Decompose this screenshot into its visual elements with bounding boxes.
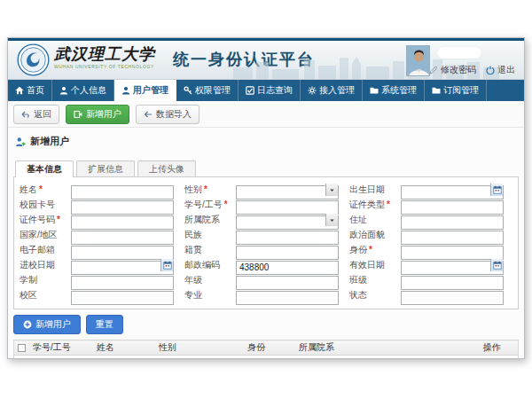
tab-upload-avatar[interactable]: 上传头像 bbox=[137, 160, 196, 177]
nav-item-permission-management[interactable]: 权限管理 bbox=[176, 80, 239, 101]
column-header-0: 学号/工号 bbox=[29, 340, 93, 356]
home-icon bbox=[15, 86, 24, 95]
field-label-political-status: 政治面貌 bbox=[344, 228, 395, 242]
university-name-cn: 武汉理工大学 bbox=[54, 45, 155, 63]
university-name-en: WUHAN UNIVERSITY OF TECHNOLOGY bbox=[54, 64, 155, 69]
nav-item-label: 权限管理 bbox=[195, 84, 231, 97]
main-content: 返回 新增用户 数据导入 bbox=[8, 101, 524, 359]
add-user-toolbar-label: 新增用户 bbox=[86, 108, 121, 121]
field-label-country-region: 国家/地区 bbox=[20, 228, 66, 242]
required-asterisk: * bbox=[39, 184, 43, 194]
field-label-grade: 年级 bbox=[179, 273, 231, 287]
add-user-toolbar-button[interactable]: 新增用户 bbox=[66, 105, 129, 124]
reset-button[interactable]: 重置 bbox=[86, 315, 123, 334]
nav-item-home[interactable]: 首页 bbox=[8, 80, 52, 101]
required-asterisk: * bbox=[369, 245, 372, 254]
required-asterisk: * bbox=[224, 200, 228, 209]
column-header-1: 姓名 bbox=[93, 340, 155, 356]
dropdown-arrow-icon[interactable] bbox=[325, 214, 338, 226]
back-button[interactable]: 返回 bbox=[13, 105, 59, 124]
field-grade bbox=[236, 273, 339, 287]
nav-item-system-management[interactable]: 系统管理 bbox=[363, 80, 425, 101]
university-branding: 武汉理工大学 WUHAN UNIVERSITY OF TECHNOLOGY bbox=[54, 45, 155, 69]
gear-icon bbox=[308, 86, 317, 95]
campus-input[interactable] bbox=[71, 291, 174, 305]
field-political-status bbox=[401, 228, 504, 242]
field-student-staff-no bbox=[236, 198, 339, 212]
reset-label: 重置 bbox=[96, 318, 113, 331]
nav-item-profile[interactable]: 个人信息 bbox=[52, 80, 114, 101]
field-label-enrollment-date: 进校日期 bbox=[20, 258, 66, 272]
field-label-email: 电子邮箱 bbox=[20, 243, 66, 257]
field-label-status: 状态 bbox=[344, 288, 395, 302]
field-status bbox=[401, 288, 504, 302]
nav-item-label: 个人信息 bbox=[71, 84, 106, 97]
log-icon bbox=[246, 86, 254, 95]
field-label-postal-code: 邮政编码 bbox=[179, 258, 231, 272]
tab-basic-info[interactable]: 基本信息 bbox=[15, 160, 74, 177]
folder-icon bbox=[432, 86, 441, 95]
user-result-table: 学号/工号姓名性别身份所属院系操作 bbox=[13, 340, 519, 359]
university-logo bbox=[17, 43, 50, 76]
field-label-birth-date: 出生日期 bbox=[344, 183, 395, 197]
nav-item-label: 接入管理 bbox=[319, 84, 355, 97]
data-import-button[interactable]: 数据导入 bbox=[136, 105, 200, 124]
dropdown-arrow-icon[interactable] bbox=[325, 184, 338, 196]
field-label-major: 专业 bbox=[179, 288, 231, 302]
field-birth-date bbox=[401, 183, 504, 197]
empty-cell bbox=[480, 356, 519, 360]
field-label-schooling-length: 学制 bbox=[20, 273, 66, 287]
table-empty-row bbox=[14, 356, 519, 360]
user-avatar[interactable] bbox=[406, 45, 430, 76]
field-label-valid-date: 有效日期 bbox=[344, 258, 395, 272]
field-label-campus: 校区 bbox=[20, 288, 66, 302]
required-asterisk: * bbox=[204, 184, 207, 194]
user-icon bbox=[59, 86, 68, 95]
form-tabs: 基本信息扩展信息上传头像 bbox=[15, 160, 519, 176]
field-gender bbox=[236, 183, 339, 197]
nav-item-subscription-management[interactable]: 订阅管理 bbox=[425, 80, 487, 101]
field-valid-date bbox=[401, 258, 504, 272]
main-nav: 首页个人信息用户管理权限管理日志查询接入管理系统管理订阅管理 bbox=[8, 80, 524, 101]
field-label-campus-card-no: 校园卡号 bbox=[20, 198, 66, 212]
field-label-class: 班级 bbox=[344, 273, 395, 287]
field-ethnicity bbox=[236, 228, 339, 242]
back-label: 返回 bbox=[34, 108, 51, 121]
tab-extended-info[interactable]: 扩展信息 bbox=[76, 160, 135, 177]
status-input[interactable] bbox=[401, 291, 504, 305]
nav-item-label: 首页 bbox=[27, 84, 44, 97]
logout-link[interactable]: 退出 bbox=[486, 64, 515, 76]
submit-add-user-button[interactable]: 新增用户 bbox=[13, 315, 81, 334]
nav-item-access-management[interactable]: 接入管理 bbox=[301, 80, 363, 101]
nav-item-user-management[interactable]: 用户管理 bbox=[114, 80, 176, 101]
select-all-checkbox[interactable] bbox=[18, 344, 26, 352]
calendar-icon[interactable] bbox=[160, 259, 173, 271]
field-label-id-type: 证件类型* bbox=[344, 198, 395, 212]
app-window: 武汉理工大学 WUHAN UNIVERSITY OF TECHNOLOGY 统一… bbox=[7, 37, 525, 359]
field-postal-code bbox=[236, 258, 339, 272]
back-arrow-icon bbox=[21, 110, 30, 119]
submit-label: 新增用户 bbox=[35, 318, 71, 331]
user-add-icon bbox=[15, 137, 26, 147]
field-enrollment-date bbox=[71, 258, 174, 272]
calendar-icon[interactable] bbox=[490, 259, 503, 271]
pencil-icon bbox=[429, 66, 438, 74]
toolbar: 返回 新增用户 数据导入 bbox=[8, 101, 524, 128]
form-actions: 新增用户 重置 bbox=[8, 309, 524, 340]
change-password-link[interactable]: 修改密码 bbox=[429, 64, 476, 76]
nav-item-log-query[interactable]: 日志查询 bbox=[239, 80, 301, 101]
field-label-gender: 性别* bbox=[179, 183, 231, 197]
username-blur bbox=[437, 47, 481, 59]
field-country-region bbox=[71, 228, 174, 242]
field-identity bbox=[401, 243, 504, 257]
field-name bbox=[71, 183, 174, 197]
required-asterisk: * bbox=[57, 215, 60, 224]
users-icon bbox=[121, 86, 130, 95]
form-panel: 姓名*性别*出生日期校园卡号学号/工号*证件类型*证件号码*所属院系住址国家/地… bbox=[13, 176, 519, 309]
key-icon bbox=[184, 86, 192, 95]
calendar-icon[interactable] bbox=[490, 184, 503, 196]
column-header-3: 身份 bbox=[244, 340, 295, 356]
field-address bbox=[401, 213, 504, 227]
required-asterisk: * bbox=[387, 200, 390, 209]
major-input[interactable] bbox=[236, 291, 339, 305]
